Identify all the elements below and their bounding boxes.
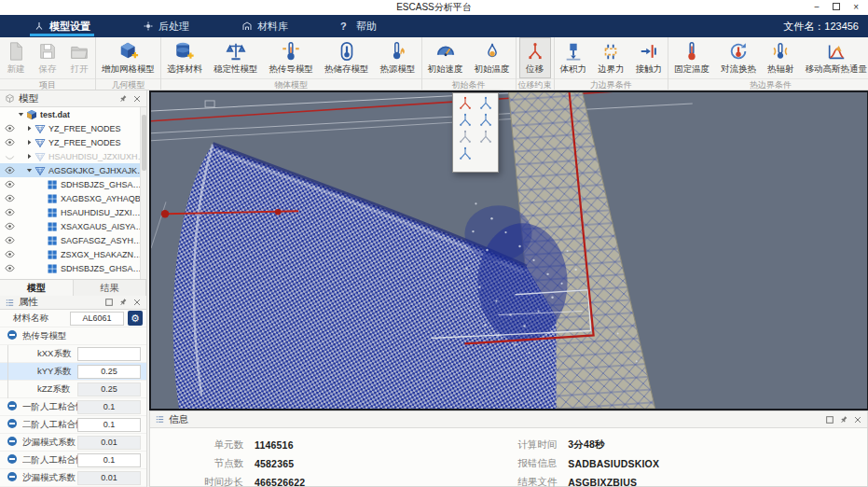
menu-item[interactable]: ? 帮助 — [335, 15, 382, 37]
menu-item[interactable]: 模型设置 — [28, 15, 96, 37]
eye-open-icon[interactable] — [3, 165, 17, 175]
displacement-option[interactable] — [458, 130, 473, 145]
displacement-option[interactable] — [478, 113, 493, 128]
toolbar-button[interactable]: 移动高斯热通量 — [800, 37, 868, 78]
property-value[interactable]: 0.25 — [77, 365, 141, 379]
tree-item[interactable]: XAGBSXG_AYHAQBJ — [0, 191, 146, 205]
restore-box-icon[interactable] — [104, 298, 114, 307]
minus-circle-icon[interactable] — [7, 454, 19, 466]
eye-open-icon[interactable] — [3, 123, 17, 133]
toolbar-button[interactable]: 增加网格模型 — [96, 37, 160, 78]
toolbar-button[interactable]: 打开 — [63, 37, 95, 78]
caret-down-icon[interactable] — [17, 110, 25, 118]
toolbar-button[interactable]: 热源模型 — [375, 37, 421, 78]
maximize-button[interactable] — [833, 3, 840, 12]
property-row[interactable]: kXX系数 — [0, 345, 146, 363]
eye-open-icon[interactable] — [3, 221, 17, 231]
sidebar-tab[interactable]: 结果 — [74, 280, 147, 296]
toolbar-button[interactable]: 体积力 — [555, 37, 593, 78]
tree-item[interactable]: HSAUHDISU_JZXIUXHAHX — [0, 205, 146, 219]
property-value[interactable]: 0.1 — [77, 418, 141, 432]
caret-down-icon[interactable] — [25, 166, 34, 174]
property-row[interactable]: 二阶人工粘合性 0.1 — [0, 452, 146, 469]
tree-item[interactable]: YZ_FREE_NODES — [0, 121, 146, 135]
property-row[interactable]: 二阶人工粘合性 0.1 — [0, 416, 146, 434]
property-row[interactable]: 沙漏模式系数 0.01 — [0, 469, 146, 487]
viewport[interactable] — [149, 90, 868, 410]
displacement-option[interactable] — [458, 146, 473, 161]
property-row[interactable]: 沙漏模式系数 0.01 — [0, 434, 146, 452]
tree-item[interactable]: YZ_FREE_NODES — [0, 135, 146, 149]
material-name-input[interactable] — [70, 312, 124, 326]
toolbar-button[interactable]: 新建 — [0, 37, 32, 78]
toolbar-button[interactable]: 接触力 — [630, 37, 668, 78]
eye-open-icon[interactable] — [3, 207, 17, 217]
toolbar-button[interactable]: 固定温度 — [668, 37, 715, 78]
restore-box-icon[interactable] — [825, 415, 834, 424]
toolbar-button[interactable]: 热储存模型 — [319, 37, 375, 78]
toolbar-button[interactable]: 位移 — [519, 37, 551, 78]
property-value[interactable]: 0.25 — [77, 383, 141, 397]
tree-item[interactable]: test.dat — [0, 107, 146, 121]
sidebar-tabs: 模型 结果 — [0, 279, 146, 296]
tree-item[interactable]: AGSGKJKG_GJHXAJKHXA — [0, 163, 146, 177]
close-small-icon[interactable] — [132, 298, 142, 307]
eye-open-icon[interactable] — [3, 137, 17, 147]
property-value[interactable]: 0.1 — [77, 400, 141, 414]
property-value[interactable]: 0.01 — [77, 436, 141, 450]
eye-open-icon[interactable] — [3, 249, 17, 259]
displacement-option[interactable] — [478, 96, 493, 111]
property-row[interactable]: 热传导模型 — [0, 327, 146, 345]
close-button[interactable]: × — [853, 3, 859, 12]
eye-open-icon[interactable] — [3, 193, 17, 203]
property-row[interactable]: 一阶人工粘合性 0.1 — [0, 398, 146, 416]
tree-item[interactable]: SAGFASGZ_ASYHHXSN — [0, 233, 146, 247]
displacement-option[interactable] — [458, 113, 473, 128]
pin-icon[interactable] — [118, 94, 128, 104]
property-value[interactable]: 0.1 — [77, 453, 141, 467]
pin-icon[interactable] — [118, 298, 128, 307]
eye-open-icon[interactable] — [3, 263, 17, 273]
toolbar-button[interactable]: 边界力 — [592, 37, 630, 78]
material-settings-button[interactable]: ⚙ — [128, 311, 143, 326]
close-small-icon[interactable] — [853, 415, 862, 424]
toolbar-button[interactable]: 初始速度 — [422, 37, 469, 78]
property-value[interactable] — [77, 347, 141, 361]
displacement-option[interactable] — [478, 130, 493, 145]
toolbar-button[interactable]: 选择材料 — [161, 37, 208, 78]
minimize-button[interactable]: − — [814, 3, 820, 12]
minus-circle-icon[interactable] — [7, 437, 19, 448]
tree-item[interactable]: SDHSBJZS_GHSABJHB_ZAHU — [0, 177, 146, 191]
toolbar-button[interactable]: 稳定性模型 — [208, 37, 264, 78]
toolbar-button[interactable]: 热辐射 — [762, 37, 800, 78]
tree-scrollbar[interactable] — [140, 107, 146, 279]
property-row[interactable]: kYY系数 0.25 — [0, 363, 146, 381]
caret-right-icon[interactable] — [25, 152, 34, 160]
menu-item[interactable]: 后处理 — [137, 15, 195, 37]
sidebar-tab[interactable]: 模型 — [0, 280, 74, 296]
eye-open-icon[interactable] — [3, 235, 17, 245]
minus-circle-icon[interactable] — [7, 330, 19, 341]
pin-icon[interactable] — [839, 415, 848, 424]
caret-right-icon[interactable] — [25, 124, 34, 132]
tree-item[interactable]: ZSXGX_HSAKAZNZXK_AMASX — [0, 247, 146, 261]
minus-circle-icon[interactable] — [7, 419, 19, 430]
close-small-icon[interactable] — [132, 94, 142, 104]
property-value[interactable]: 0.01 — [77, 471, 141, 485]
minus-circle-icon[interactable] — [7, 401, 19, 412]
tree-scrollbar-thumb[interactable] — [142, 115, 146, 171]
menu-item[interactable]: 材料库 — [236, 15, 294, 37]
property-row[interactable]: kZZ系数 0.25 — [0, 381, 146, 398]
toolbar-button[interactable]: 对流换热 — [715, 37, 762, 78]
displacement-option[interactable] — [458, 96, 473, 111]
tree-item[interactable]: SDHSBJZS_GHSABJHB_ZAHU — [0, 261, 146, 275]
caret-right-icon[interactable] — [25, 138, 34, 146]
toolbar-button[interactable]: 保存 — [32, 37, 63, 78]
toolbar-button[interactable]: 热传导模型 — [264, 37, 320, 78]
tree-item[interactable]: HSAUHDISU_JZXIUXHAHX — [0, 149, 146, 163]
toolbar-button[interactable]: 初始温度 — [469, 37, 516, 78]
eye-off-icon[interactable] — [3, 151, 17, 161]
minus-circle-icon[interactable] — [7, 472, 19, 483]
tree-item[interactable]: XSAXGAUS_AISYAQSH_ASHX — [0, 219, 146, 233]
eye-open-icon[interactable] — [3, 179, 17, 189]
